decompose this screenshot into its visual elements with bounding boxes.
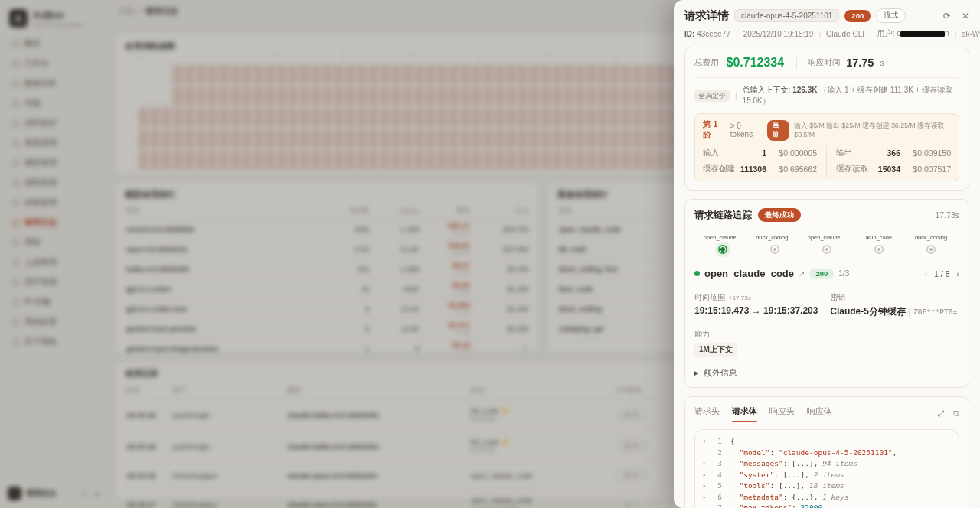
copy-icon[interactable]: ⧉ <box>953 409 959 418</box>
success-dot-icon <box>694 271 700 276</box>
next-node-button[interactable]: › <box>957 269 960 278</box>
fold-icon[interactable]: ▸ <box>703 470 711 481</box>
code-line: ▾ 1 { <box>703 436 951 448</box>
line-number: 6 <box>711 492 722 503</box>
request-detail-drawer: 请求详情 claude-opus-4-5-20251101 200 流式 ⟳ ✕… <box>674 0 980 508</box>
fold-icon[interactable] <box>703 503 711 508</box>
drawer-title: 请求详情 <box>684 8 729 23</box>
trace-card: 请求链路追踪 最终成功 17.73s open_claude… duck_cod… <box>684 199 969 388</box>
tier-rates: 输入 $5/M 输出 $25/M 缓存创建 $6.25/M 缓存读取 $0.5/… <box>794 122 951 138</box>
trace-node-dot <box>770 245 779 254</box>
payload-tab[interactable]: 请求头 <box>694 405 720 422</box>
fold-icon[interactable]: ▸ <box>703 492 711 503</box>
refresh-icon[interactable]: ⟳ <box>943 11 951 21</box>
line-number: 1 <box>711 436 722 448</box>
trace-timeline: open_claude… duck_coding… open_claude… <box>694 234 959 254</box>
trace-node[interactable]: duck_coding… <box>758 234 792 254</box>
time-delta: +17.73s <box>729 295 751 301</box>
trace-node-dot <box>822 245 831 254</box>
trace-node[interactable]: open_claude… <box>706 234 740 254</box>
total-cost-value: $0.712334 <box>727 56 785 70</box>
code-line: ▸ 5 "tools": [...], 18 items <box>703 480 951 492</box>
external-link-icon[interactable]: ↗ <box>799 269 805 278</box>
payload-tab[interactable]: 响应头 <box>769 405 795 422</box>
trace-duration: 17.73s <box>935 210 959 220</box>
latency-value: 17.75 <box>846 57 874 69</box>
code-content: "model": "claude-opus-4-5-20251101", <box>730 448 897 459</box>
tier-range: > 0 tokens <box>730 122 763 138</box>
context-total: 126.3K <box>792 86 817 94</box>
total-cost-label: 总费用 <box>694 57 719 68</box>
code-content: "metadata": {...}, 1 keys <box>730 492 848 503</box>
key-value-masked: Z0F***PT0= <box>913 308 957 316</box>
trace-title: 请求链路追踪 <box>694 209 752 222</box>
node-pager: 1 / 5 <box>934 269 949 278</box>
model-tag: claude-opus-4-5-20251101 <box>734 9 839 22</box>
stream-badge: 流式 <box>876 8 906 23</box>
request-id: 43cede77 <box>697 30 730 38</box>
client-name: Claude CLI <box>826 30 864 38</box>
user-field: 用户: cn <box>877 28 949 39</box>
line-number: 5 <box>711 480 722 492</box>
pricing-scope-tag: 全局定价 <box>694 90 730 102</box>
fold-icon[interactable] <box>703 448 711 459</box>
trace-node[interactable]: ikun_code <box>862 234 896 254</box>
node-attempt: 1/3 <box>838 269 849 278</box>
tier-cell: 输入 1 $0.000005 <box>703 145 827 161</box>
code-line: ▸ 4 "system": [...], 2 items <box>703 470 951 481</box>
code-content: "system": [...], 2 items <box>730 470 844 481</box>
fold-icon[interactable]: ▾ <box>703 436 711 448</box>
trace-node-dot <box>718 245 727 254</box>
code-content: "max_tokens": 32000, <box>730 503 827 508</box>
trace-node-dot <box>874 245 884 254</box>
trace-node-dot <box>926 245 936 254</box>
cost-card: 总费用 $0.712334 响应时间 17.75 s 全局定价 | 总输入上下文… <box>684 47 969 190</box>
status-badge: 200 <box>844 10 871 22</box>
capability-tag: 1M上下文 <box>694 343 737 357</box>
context-summary: 全局定价 | 总输入上下文: 126.3K （输入 1 + 缓存创建 111.3… <box>694 85 959 106</box>
fold-icon[interactable]: ▸ <box>703 458 711 470</box>
tier-cell: 输出 366 $0.009150 <box>827 145 951 161</box>
close-icon[interactable]: ✕ <box>962 11 969 21</box>
payload-tab[interactable]: 请求体 <box>732 405 757 422</box>
fold-icon[interactable]: ▸ <box>703 480 711 492</box>
trace-status-badge: 最终成功 <box>758 208 801 222</box>
time-range-value: 19:15:19.473 → 19:15:37.203 <box>694 305 830 316</box>
code-content: { <box>730 436 735 448</box>
trace-node[interactable]: open_claude… <box>810 234 844 254</box>
request-time: 2025/12/10 19:15:19 <box>743 30 814 38</box>
extra-info-toggle[interactable]: ▶ 额外信息 <box>694 367 959 379</box>
trace-node[interactable]: duck_coding <box>914 234 948 254</box>
line-number: 4 <box>711 470 722 481</box>
code-content: "messages": [...], 94 items <box>730 458 858 470</box>
capability-label: 能力 <box>694 330 710 338</box>
prev-node-button[interactable]: ‹ <box>925 269 928 278</box>
fit-screen-icon[interactable]: ⤢ <box>937 409 944 418</box>
node-name: open_claude_code <box>704 268 794 279</box>
play-icon: ▶ <box>694 370 699 376</box>
time-range-label: 时间范围 <box>694 293 725 301</box>
code-line: ▸ 6 "metadata": {...}, 1 keys <box>703 492 951 503</box>
latency-label: 响应时间 <box>808 57 840 68</box>
tier-name: 第 1 阶 <box>703 119 726 141</box>
redaction-blob <box>900 31 945 37</box>
node-status-badge: 200 <box>809 269 834 279</box>
api-key-masked: sk-WvzlSy4...uwgB <box>962 30 980 38</box>
code-line: ▸ 3 "messages": [...], 94 items <box>703 458 951 470</box>
request-meta: ID: 43cede77 | 2025/12/10 19:15:19 | Cla… <box>684 28 969 39</box>
code-content: "tools": [...], 18 items <box>730 480 844 492</box>
code-line: 7 "max_tokens": 32000, <box>703 503 951 508</box>
payload-tabs: 请求头 请求体 响应头 响应体 ⤢ ⧉ <box>694 405 959 422</box>
pricing-tier-card: 第 1 阶 > 0 tokens 当前 输入 $5/M 输出 $25/M 缓存创… <box>694 113 959 181</box>
line-number: 3 <box>711 458 722 470</box>
key-label: 密钥 <box>830 293 845 301</box>
page: A AxBox New API Code Station 概览 工作台 <box>0 0 980 508</box>
payload-card: 请求头 请求体 响应头 响应体 ⤢ ⧉ <box>684 396 969 508</box>
code-line: 2 "model": "claude-opus-4-5-20251101", <box>703 448 951 459</box>
line-number: 2 <box>711 448 722 459</box>
tier-cell: 缓存读取 15034 $0.007517 <box>827 161 951 177</box>
tier-cell: 缓存创建 111306 $0.695662 <box>703 161 827 177</box>
json-viewer[interactable]: ▾ 1 { 2 "model": "claude-opus-4-5-202511… <box>694 429 959 508</box>
payload-tab[interactable]: 响应体 <box>807 405 832 422</box>
current-tier-badge: 当前 <box>767 120 789 141</box>
